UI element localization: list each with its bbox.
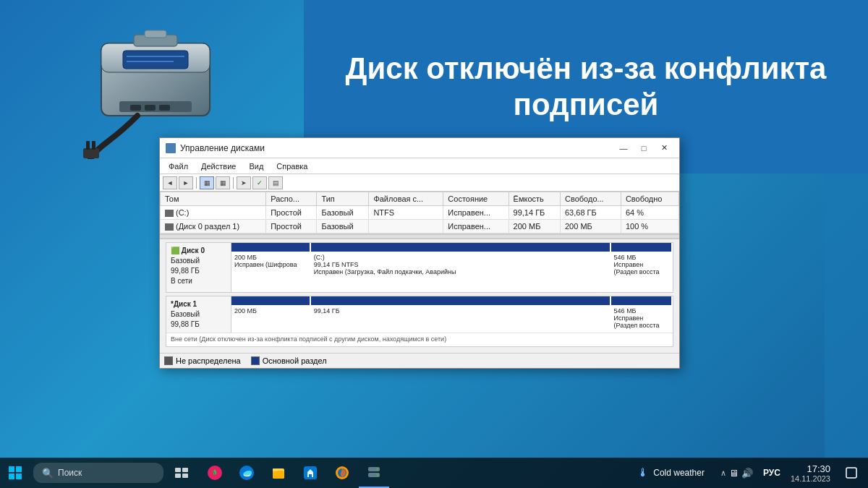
main-title: Диск отключён из-за конфликта подписей [333,51,839,124]
disk0-status: В сети [171,276,226,286]
weather-label: Cold weather [653,468,705,478]
disk1-type: Базовый [171,309,226,320]
notification-button[interactable] [841,458,862,488]
disk0-label: 🟩 Диск 0 Базовый 99,88 ГБ В сети [166,243,231,292]
svg-rect-13 [145,30,166,38]
seg-status: Исправен (Раздел восста [614,261,668,275]
col-capacity: Ёмкость [509,192,560,206]
taskbar-right: 🌡 Cold weather ∧ 🖥 🔊 РУС 17:30 14.11.202… [631,458,868,488]
close-button[interactable]: ✕ [655,142,673,155]
taskbar-app-server[interactable] [359,458,389,488]
language-badge[interactable]: РУС [763,468,780,478]
taskbar-app-files[interactable] [263,458,294,488]
col-fs: Файловая с... [369,192,443,206]
svg-rect-14 [9,466,14,472]
cell-fs [369,220,443,234]
toolbar-btn3[interactable]: ➤ [237,176,251,189]
svg-rect-15 [16,466,22,472]
taskbar-app-firefox[interactable] [327,458,357,488]
volume-table-wrapper: Том Распо... Тип Файловая с... Состояние… [160,192,679,234]
server-icon [366,464,382,480]
disk0-segment2: (C:) 99,14 ГБ NTFS Исправен (Загрузка, Ф… [311,243,611,278]
chevron-up-icon[interactable]: ∧ [720,468,726,478]
volume-table: Том Распо... Тип Файловая с... Состояние… [160,192,679,234]
toolbar-btn2[interactable]: ▦ [216,176,230,189]
col-type: Тип [317,192,369,206]
search-icon: 🔍 [42,468,54,479]
seg-size: 200 МБ [234,307,307,314]
disk-management-window: Управление дисками — □ ✕ Файл Действие В… [159,137,680,369]
col-free2: Свободно [621,192,678,206]
disk1-label: *Диск 1 Базовый 99,88 ГБ [166,296,231,333]
search-box[interactable]: 🔍 Поиск [33,463,163,483]
menu-action[interactable]: Действие [195,160,242,172]
menu-file[interactable]: Файл [163,160,194,172]
taskview-button[interactable] [166,458,197,488]
seg-status: Исправен (Шифрова [234,261,307,268]
weather-widget[interactable]: 🌡 Cold weather [631,466,710,479]
table-row[interactable]: (Диск 0 раздел 1) Простой Базовый Исправ… [161,220,679,234]
seg-label: (C:) [314,254,607,261]
svg-rect-16 [9,474,14,479]
sys-tray: ∧ 🖥 🔊 [716,468,757,479]
cell-status: Исправен... [443,206,509,220]
maximize-button[interactable]: □ [634,142,653,155]
svg-rect-35 [846,468,856,478]
disk1-segment2: 99,14 ГБ [311,296,611,331]
disk0-name: 🟩 Диск 0 [171,247,205,254]
disk0-row: 🟩 Диск 0 Базовый 99,88 ГБ В сети 200 МБ … [166,242,673,293]
legend-item-unallocated: Не распределена [164,356,241,365]
seg-status: Исправен (Раздел восста [614,314,668,329]
svg-rect-28 [309,474,312,477]
disk1-segment3: 546 МБ Исправен (Раздел восста [611,296,673,331]
window-controls[interactable]: — □ ✕ [614,142,673,155]
nature-app-icon [207,465,223,481]
legend: Не распределена Основной раздел [160,353,679,368]
toolbar-btn1[interactable]: ▦ [200,176,214,189]
firefox-icon [334,465,350,481]
taskview-icon [175,468,188,478]
cell-free2: 64 % [621,206,678,220]
menu-view[interactable]: Вид [243,160,269,172]
window-title-label: Управление дисками [180,143,265,153]
notification-icon [846,467,857,479]
start-button[interactable] [0,458,30,488]
toolbar-forward[interactable]: ► [179,176,193,189]
clock-time: 17:30 [791,463,830,474]
disk0-segment3: 546 МБ Исправен (Раздел восста [611,243,673,278]
taskbar-app-nature[interactable] [200,458,230,488]
toolbar-back[interactable]: ◄ [163,176,177,189]
seg-size: 200 МБ [234,254,307,261]
disk1-name: *Диск 1 [171,300,197,308]
menu-help[interactable]: Справка [271,160,313,172]
disk0-segment1: 200 МБ Исправен (Шифрова [231,243,311,278]
col-volume: Том [161,192,266,206]
minimize-button[interactable]: — [614,142,633,155]
table-row[interactable]: (C:) Простой Базовый NTFS Исправен... 99… [161,206,679,220]
cell-fs: NTFS [369,206,443,220]
seg-size: 99,14 ГБ [314,307,607,314]
disk1-row: *Диск 1 Базовый 99,88 ГБ 200 МБ [166,296,673,347]
taskbar-app-store[interactable] [295,458,326,488]
clock-date: 14.11.2023 [791,474,830,483]
cell-free1: 200 МБ [561,220,621,234]
svg-rect-19 [182,468,188,472]
taskbar: 🔍 Поиск [0,458,868,488]
disk0-type: Базовый [171,256,226,266]
toolbar-btn4[interactable]: ✓ [252,176,267,189]
seg-size: 546 МБ [614,254,668,261]
svg-rect-2 [123,51,188,69]
svg-point-33 [377,468,379,471]
seg-size: 99,14 ГБ NTFS [314,261,607,268]
toolbar-btn5[interactable]: ▤ [268,176,283,189]
legend-color-primary [251,356,260,365]
taskbar-app-edge[interactable] [231,458,262,488]
thermometer-icon: 🌡 [637,466,649,479]
cell-capacity: 200 МБ [509,220,560,234]
clock[interactable]: 17:30 14.11.2023 [786,463,835,483]
volume-icon[interactable]: 🔊 [741,468,753,479]
cell-free1: 63,68 ГБ [561,206,621,220]
cell-layout: Простой [266,220,317,234]
svg-rect-21 [182,474,188,478]
disk1-size: 99,88 ГБ [171,320,226,330]
